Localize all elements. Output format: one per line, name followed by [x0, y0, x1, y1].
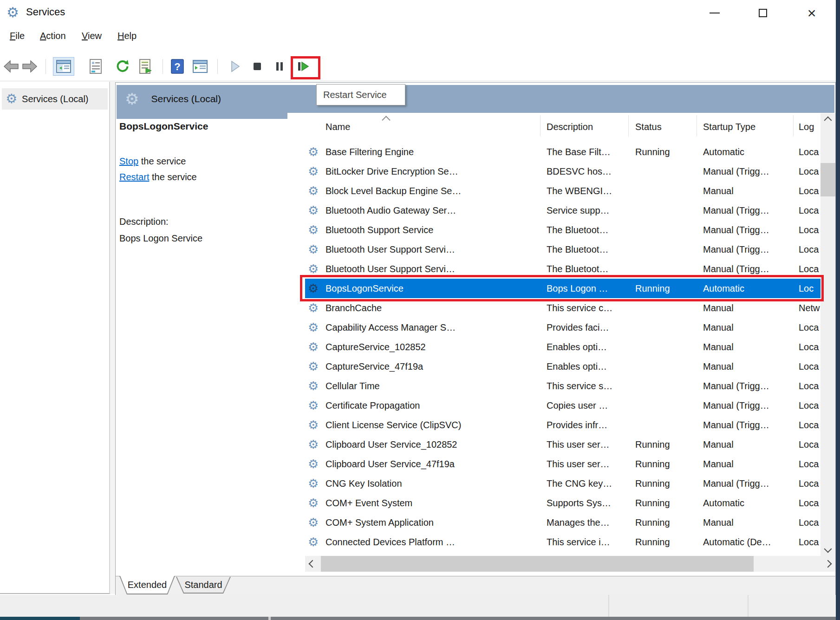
forward-arrow-icon	[22, 59, 38, 73]
cell-startup: Manual	[697, 361, 793, 372]
cell-logon: Loca	[793, 498, 820, 509]
table-row[interactable]: ⚙Certificate PropagationCopies user …Man…	[305, 396, 820, 415]
taskbar-edge-notch	[268, 617, 271, 620]
table-row[interactable]: ⚙Bluetooth User Support Servi…The Blueto…	[305, 240, 820, 259]
back-button[interactable]	[2, 57, 20, 76]
cell-status: Running	[628, 459, 697, 470]
cell-status: Running	[628, 498, 697, 509]
view-tab-strip: Extended Standard	[116, 576, 835, 595]
svg-text:?: ?	[174, 61, 180, 72]
help-button[interactable]: ?	[168, 57, 187, 76]
cell-logon: Loca	[793, 322, 820, 333]
cell-status: Running	[628, 147, 697, 157]
cell-logon: Loca	[793, 381, 820, 392]
table-row[interactable]: ⚙COM+ System ApplicationManages the…Runn…	[305, 513, 820, 532]
status-strip-divider	[748, 595, 749, 617]
table-row[interactable]: ⚙Bluetooth Audio Gateway Ser…Service sup…	[305, 201, 820, 220]
cell-desc: BDESVC hos…	[540, 166, 628, 177]
stop-service-link[interactable]: Stop	[119, 156, 138, 166]
scroll-left-button[interactable]	[305, 556, 320, 572]
cell-name: ⚙Capability Access Manager S…	[305, 321, 540, 333]
table-row[interactable]: ⚙BitLocker Drive Encryption Se…BDESVC ho…	[305, 162, 820, 181]
table-row[interactable]: ⚙Block Level Backup Engine Se…The WBENGI…	[305, 181, 820, 201]
restart-button-annotation-box	[291, 56, 320, 79]
cell-name: ⚙CaptureService_102852	[305, 341, 540, 353]
menu-bar: File Action View Help	[0, 26, 840, 53]
tab-extended-label: Extended	[119, 576, 175, 594]
maximize-button[interactable]	[745, 0, 781, 26]
menu-action[interactable]: Action	[40, 31, 66, 41]
cell-name: ⚙Clipboard User Service_47f19a	[305, 458, 540, 470]
scroll-up-button[interactable]	[820, 113, 835, 127]
close-button[interactable]: ×	[794, 0, 829, 26]
table-row[interactable]: ⚙Bluetooth Support ServiceThe Bluetoot…M…	[305, 220, 820, 240]
cell-startup: Manual (Trigg…	[697, 225, 793, 235]
restart-service-link[interactable]: Restart	[119, 172, 149, 182]
pane-header-tab-step	[117, 113, 287, 119]
tab-extended[interactable]: Extended	[119, 576, 175, 594]
cell-name: ⚙COM+ Event System	[305, 497, 540, 509]
properties-button[interactable]	[86, 57, 105, 76]
table-row[interactable]: ⚙CNG Key IsolationThe CNG key…RunningMan…	[305, 474, 820, 493]
horizontal-scrollbar[interactable]	[305, 556, 835, 572]
menu-help[interactable]: Help	[117, 31, 137, 41]
export-list-button[interactable]	[137, 57, 155, 76]
table-row[interactable]: ⚙Connected Devices Platform …This servic…	[305, 532, 820, 552]
show-hide-console-tree-button[interactable]	[53, 57, 74, 76]
table-row[interactable]: ⚙Clipboard User Service_47f19aThis user …	[305, 454, 820, 474]
cell-desc: This service s…	[540, 381, 628, 392]
cell-desc: This user ser…	[540, 459, 628, 470]
pane-header-gear-icon: ⚙	[125, 91, 139, 107]
refresh-button[interactable]	[113, 57, 132, 76]
menu-view[interactable]: View	[82, 31, 102, 41]
cell-name: ⚙Clipboard User Service_102852	[305, 438, 540, 450]
table-row[interactable]: ⚙Clipboard User Service_102852This user …	[305, 435, 820, 454]
tree-item-services-local[interactable]: ⚙ Services (Local)	[2, 88, 108, 110]
vertical-scrollbar-thumb[interactable]	[820, 163, 835, 196]
cell-logon: Loca	[793, 166, 820, 177]
pause-service-button[interactable]	[270, 57, 289, 76]
table-row[interactable]: ⚙CaptureService_102852Enables opti…Manua…	[305, 337, 820, 357]
menu-file[interactable]: File	[10, 31, 25, 41]
horizontal-scrollbar-thumb[interactable]	[321, 556, 754, 572]
start-service-button[interactable]	[226, 57, 244, 76]
scroll-right-button[interactable]	[820, 556, 835, 572]
table-row[interactable]: ⚙Client License Service (ClipSVC)Provide…	[305, 415, 820, 435]
cell-name: ⚙Client License Service (ClipSVC)	[305, 419, 540, 431]
cell-logon: Loca	[793, 420, 820, 431]
window-right-border	[836, 0, 840, 620]
table-row[interactable]: ⚙Base Filtering EngineThe Base Filt…Runn…	[305, 142, 820, 162]
vertical-scrollbar[interactable]	[820, 113, 835, 556]
table-row[interactable]: ⚙CaptureService_47f19aEnables opti…Manua…	[305, 357, 820, 376]
show-hide-action-pane-button[interactable]	[189, 57, 211, 76]
cell-name: ⚙Bluetooth Audio Gateway Ser…	[305, 204, 540, 216]
title-bar: ⚙ Services ×	[0, 0, 840, 26]
tab-standard[interactable]: Standard	[176, 577, 231, 594]
minimize-button[interactable]	[697, 0, 732, 26]
table-row[interactable]: ⚙COM+ Event SystemSupports Sys…RunningAu…	[305, 493, 820, 513]
pane-header: ⚙ Services (Local)	[117, 85, 834, 113]
column-header-status[interactable]: Status	[628, 122, 697, 132]
table-row[interactable]: ⚙Capability Access Manager S…Provides fa…	[305, 318, 820, 337]
services-pane: ⚙ Services (Local) BopsLogonService Stop…	[115, 82, 836, 595]
service-gear-icon: ⚙	[308, 477, 326, 489]
minimize-icon	[710, 13, 720, 13]
scroll-down-button[interactable]	[820, 542, 835, 556]
forward-button[interactable]	[20, 57, 39, 76]
cell-name: ⚙Cellular Time	[305, 380, 540, 392]
taskbar-edge-segment	[0, 617, 80, 620]
cell-name: ⚙BranchCache	[305, 302, 540, 314]
table-row[interactable]: ⚙Cellular TimeThis service s…Manual (Tri…	[305, 376, 820, 396]
panel-splitter[interactable]	[110, 82, 115, 594]
column-header-name[interactable]: Name	[305, 122, 540, 132]
help-icon: ?	[170, 59, 184, 74]
restart-service-line: Restart the service	[119, 172, 197, 183]
column-header-description[interactable]: Description	[540, 122, 628, 132]
stop-service-button[interactable]	[248, 57, 267, 76]
cell-name: ⚙Bluetooth User Support Servi…	[305, 243, 540, 255]
column-header-log-on-as[interactable]: Log	[793, 122, 820, 132]
service-gear-icon: ⚙	[308, 438, 326, 450]
cell-status: Running	[628, 517, 697, 528]
column-header-startup-type[interactable]: Startup Type	[697, 122, 793, 132]
cell-startup: Manual (Trigg…	[697, 478, 793, 489]
